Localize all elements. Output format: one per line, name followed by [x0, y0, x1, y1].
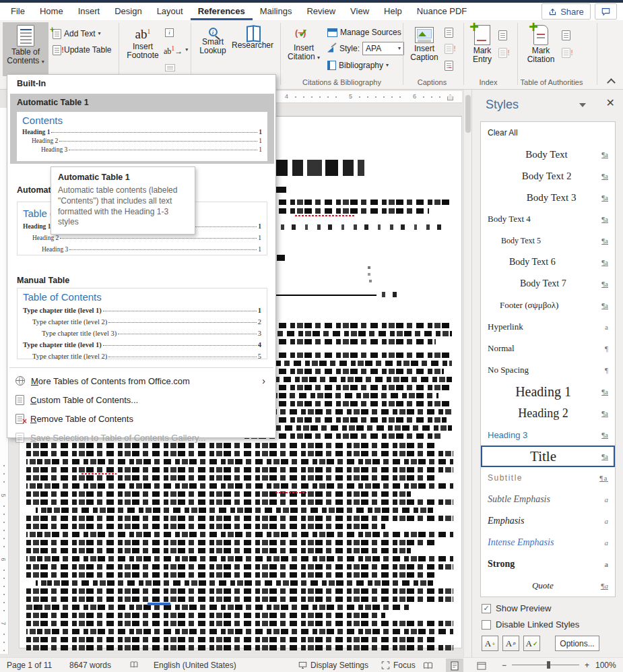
style-item-emphasis[interactable]: Emphasisa	[481, 510, 615, 532]
style-item-body-text[interactable]: Body Text¶a	[481, 144, 615, 165]
comments-button[interactable]	[595, 3, 617, 20]
document-scrollbar[interactable]	[463, 90, 471, 657]
menu-item-save-selection-to-gallery[interactable]: Save Selection to Table of Contents Gall…	[9, 428, 273, 447]
styles-pane-menu-caret[interactable]	[579, 103, 586, 107]
new-style-button[interactable]: A+	[482, 636, 498, 651]
insert-endnote-button[interactable]: i	[165, 26, 174, 39]
style-icon	[327, 44, 337, 53]
style-item-normal[interactable]: Normal¶	[481, 338, 615, 359]
bibliography-button[interactable]: Bibliography▾	[327, 59, 389, 72]
update-table-button[interactable]: Update Table	[53, 43, 112, 57]
style-item-body-text-2[interactable]: Body Text 2¶a	[481, 165, 615, 187]
disable-linked-styles-checkbox[interactable]: Disable Linked Styles	[482, 619, 579, 630]
cross-reference-button[interactable]	[445, 59, 453, 72]
zoom-slider[interactable]	[512, 665, 579, 665]
style-item-heading-1[interactable]: Heading 1¶a	[481, 381, 615, 402]
style-item-hyperlink[interactable]: Hyperlinka	[481, 316, 615, 338]
print-layout-button[interactable]	[446, 659, 463, 672]
next-footnote-button[interactable]: ab1→▾	[164, 43, 188, 57]
style-item-subtle-emphasis[interactable]: Subtle Emphasisa	[481, 489, 615, 510]
styles-pane-close-icon[interactable]: ✕	[606, 98, 615, 109]
zoom-slider-thumb[interactable]	[547, 661, 550, 669]
smart-lookup-button[interactable]: i Smart Lookup	[195, 22, 230, 75]
proofing-icon[interactable]	[129, 661, 139, 669]
tab-references[interactable]: References	[191, 3, 253, 20]
style-inspector-button[interactable]: A⌕	[502, 636, 519, 651]
options-button[interactable]: Options...	[555, 636, 599, 651]
tooltip-title: Automatic Table 1	[58, 173, 188, 182]
menu-item-remove-table-of-contents[interactable]: Remove Table of Contents	[9, 409, 273, 428]
insert-footnote-button[interactable]: ab1 Insert Footnote	[123, 22, 162, 75]
tab-nuance-pdf[interactable]: Nuance PDF	[409, 3, 474, 20]
toc-gallery-automatic-table-1[interactable]: Automatic Table 1 Contents Heading 11 He…	[10, 94, 274, 164]
mark-citation-button[interactable]: Mark Citation	[523, 22, 559, 75]
scrollbar-thumb[interactable]	[465, 95, 471, 133]
collapse-ribbon-button[interactable]	[608, 80, 614, 86]
style-item-body-text-4[interactable]: Body Text 4¶a	[481, 208, 615, 230]
tab-layout[interactable]: Layout	[150, 3, 191, 20]
toc-gallery-manual-table[interactable]: Table of Contents Type chapter title (le…	[10, 285, 274, 363]
tab-insert[interactable]: Insert	[71, 3, 108, 20]
update-index-button[interactable]	[498, 46, 507, 59]
insert-index-button[interactable]	[498, 28, 507, 42]
ruler-number: 5	[0, 493, 7, 497]
page-indicator[interactable]: Page 1 of 11	[7, 661, 52, 670]
style-item-subtitle[interactable]: Subtitle¶a	[481, 467, 615, 489]
web-layout-button[interactable]	[473, 659, 490, 672]
style-item-no-spacing[interactable]: No Spacing¶	[481, 359, 615, 381]
insert-citation-button[interactable]: (−) Insert Citation ▾	[284, 22, 323, 75]
style-item-title-selected[interactable]: Title¶a	[481, 446, 615, 467]
insert-table-of-figures-button[interactable]	[445, 26, 453, 39]
style-item-body-text-3[interactable]: Body Text 3¶a	[481, 187, 615, 208]
checkbox-checked-icon: ✓	[482, 604, 491, 613]
tab-review[interactable]: Review	[299, 3, 343, 20]
style-item-intense-emphasis[interactable]: Intense Emphasisa	[481, 532, 615, 553]
focus-button[interactable]: Focus	[381, 661, 416, 670]
right-indent-marker[interactable]	[447, 94, 453, 100]
style-item-body-text-6[interactable]: Body Text 6¶a	[481, 251, 615, 273]
insert-caption-button[interactable]: Insert Caption	[407, 22, 442, 75]
focus-icon	[381, 661, 390, 669]
tab-mailings[interactable]: Mailings	[253, 3, 300, 20]
update-authorities-table-button[interactable]	[562, 46, 570, 59]
style-select[interactable]: APA▾	[362, 42, 404, 55]
tab-view[interactable]: View	[343, 3, 376, 20]
zoom-out-button[interactable]: −	[502, 661, 506, 670]
show-notes-button[interactable]	[165, 61, 175, 74]
zoom-in-button[interactable]: +	[585, 661, 589, 670]
share-button[interactable]: Share	[542, 3, 591, 20]
update-figures-table-button[interactable]	[445, 42, 453, 55]
menu-item-more-tables-from-office[interactable]: More Tables of Contents from Office.com …	[9, 371, 273, 390]
style-item-body-text-7[interactable]: Body Text 7¶a	[481, 273, 615, 295]
zoom-level[interactable]: 100%	[595, 661, 616, 670]
tab-home[interactable]: Home	[32, 3, 71, 20]
read-mode-button[interactable]	[419, 659, 436, 672]
add-text-button[interactable]: Add Text▾	[53, 27, 101, 40]
show-preview-checkbox[interactable]: ✓ Show Preview	[482, 603, 551, 613]
style-item-heading-2[interactable]: Heading 2¶a	[481, 402, 615, 424]
language-indicator[interactable]: English (United States)	[154, 661, 236, 670]
style-item-clear-all[interactable]: Clear All	[481, 122, 615, 144]
tab-help[interactable]: Help	[376, 3, 409, 20]
tab-file[interactable]: File	[3, 3, 32, 20]
display-settings-button[interactable]: Display Settings	[298, 661, 368, 670]
mark-entry-button[interactable]: Mark Entry	[467, 22, 497, 75]
style-item-body-text-5[interactable]: Body Text 5¶a	[481, 230, 615, 251]
manage-styles-button[interactable]: A✓	[523, 636, 540, 651]
insert-table-of-authorities-button[interactable]	[562, 28, 570, 42]
update-authorities-table-icon	[562, 48, 570, 58]
table-of-contents-button[interactable]: Table of Contents ▾	[3, 22, 48, 76]
researcher-button[interactable]: Researcher	[232, 22, 273, 75]
update-table-icon	[53, 45, 61, 55]
style-item-quote[interactable]: Quote¶a	[481, 575, 615, 597]
style-item-heading-3[interactable]: Heading 3¶a	[481, 424, 615, 446]
style-item-strong[interactable]: Stronga	[481, 553, 615, 575]
manage-sources-button[interactable]: Manage Sources	[327, 26, 401, 39]
menu-item-custom-table-of-contents[interactable]: Custom Table of Contents...	[9, 390, 273, 409]
word-count[interactable]: 8647 words	[69, 661, 111, 670]
hyperlink-underline	[147, 603, 170, 605]
mark-citation-icon	[533, 25, 548, 45]
tab-design[interactable]: Design	[107, 3, 149, 20]
style-item-footer[interactable]: Footer (σψμβολ)¶a	[481, 295, 615, 316]
style-label: Style:	[339, 44, 360, 53]
